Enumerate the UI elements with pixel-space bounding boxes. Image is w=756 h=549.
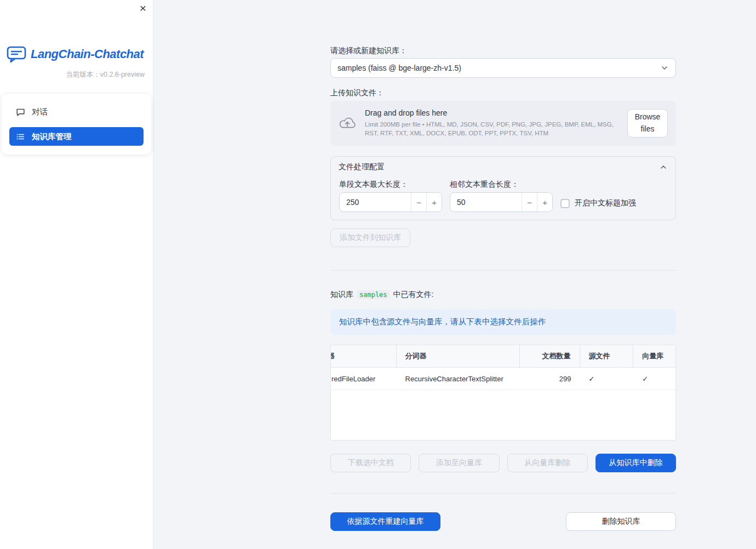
- kb-select-label: 请选择或新建知识库：: [330, 46, 676, 57]
- minus-button[interactable]: −: [411, 193, 426, 211]
- delete-kb-button[interactable]: 删除知识库: [566, 512, 676, 531]
- dropzone-title: Drag and drop files here: [365, 108, 618, 117]
- download-selected-button[interactable]: 下载选中文档: [330, 454, 411, 472]
- cell-source-file-check: ✓: [580, 368, 634, 390]
- rebuild-vector-store-button[interactable]: 依据源文件重建向量库: [330, 512, 440, 531]
- delete-from-kb-button[interactable]: 从知识库中删除: [595, 454, 676, 472]
- plus-button[interactable]: +: [426, 193, 442, 211]
- spacer: [448, 512, 558, 531]
- chevron-down-icon: [660, 64, 669, 72]
- kb-name-code: samples: [357, 290, 390, 299]
- kb-files-prefix: 知识库: [330, 290, 353, 300]
- zh-title-checkbox-row: 开启中文标题加强: [560, 195, 667, 212]
- overlap-value[interactable]: 50: [450, 193, 522, 211]
- column-header-splitter[interactable]: 分词器: [397, 345, 520, 367]
- list-icon: [16, 132, 25, 141]
- chevron-up-icon: [659, 163, 668, 171]
- cloud-upload-icon: [339, 116, 356, 130]
- divider: [330, 270, 676, 271]
- chunk-size-input[interactable]: 250 − +: [339, 192, 442, 212]
- browse-files-button[interactable]: Browse files: [627, 109, 668, 138]
- version-label: 当前版本：: [66, 71, 100, 78]
- expander-title: 文件处理配置: [339, 162, 385, 172]
- dropzone-limit-text: Limit 200MB per file • HTML, MD, JSON, C…: [365, 121, 618, 138]
- sidebar-item-dialogue[interactable]: 对话: [9, 102, 144, 121]
- sidebar-item-label: 对话: [32, 107, 48, 117]
- delete-from-vector-button[interactable]: 从向量库删除: [507, 454, 588, 472]
- column-header-source-file[interactable]: 源文件: [580, 345, 634, 367]
- kb-files-heading: 知识库 samples 中已有文件:: [330, 289, 676, 301]
- chunk-size-value[interactable]: 250: [340, 193, 411, 211]
- close-icon[interactable]: ×: [140, 2, 146, 14]
- overlap-label: 相邻文本重合长度：: [450, 180, 553, 191]
- add-to-vector-button[interactable]: 添加至向量库: [419, 454, 499, 472]
- column-header-doc-count[interactable]: 文档数量: [520, 345, 580, 367]
- info-banner: 知识库中包含源文件与向量库，请从下表中选择文件后操作: [330, 309, 676, 335]
- sidebar-item-label: 知识库管理: [32, 131, 72, 142]
- kb-files-suffix: 中已有文件:: [393, 290, 434, 300]
- overlap-input[interactable]: 50 − +: [450, 192, 553, 212]
- version-text: 当前版本：v0.2.6-preview: [0, 70, 153, 79]
- main-area: 请选择或新建知识库： samples (faiss @ bge-large-zh…: [153, 0, 756, 549]
- sidebar: × LangChain-Chatchat 当前版本：v0.2.6-preview…: [0, 0, 153, 549]
- sidebar-item-kb-manage[interactable]: 知识库管理: [9, 127, 144, 146]
- file-actions-row: 下载选中文档 添加至向量库 从向量库删除 从知识库中删除: [330, 454, 676, 472]
- app-title: LangChain-Chatchat: [31, 47, 144, 61]
- app-logo: LangChain-Chatchat: [0, 46, 153, 62]
- kb-actions-row: 依据源文件重建向量库 删除知识库: [330, 512, 676, 531]
- cell-splitter: RecursiveCharacterTextSplitter: [397, 368, 520, 390]
- plus-button[interactable]: +: [537, 193, 552, 211]
- kb-select-value: samples (faiss @ bge-large-zh-v1.5): [337, 64, 461, 72]
- column-header-vector-store[interactable]: 向量库: [633, 345, 675, 367]
- file-dropzone[interactable]: Drag and drop files here Limit 200MB per…: [330, 101, 676, 146]
- version-value: v0.2.6-preview: [100, 71, 145, 78]
- divider: [330, 493, 676, 494]
- expander-header[interactable]: 文件处理配置: [331, 157, 675, 178]
- file-config-expander: 文件处理配置 单段文本最大长度： 250 − + 相邻文本重合长度：: [330, 156, 676, 220]
- cell-loader: redFileLoader: [331, 368, 397, 390]
- column-header-loader[interactable]: 器: [331, 345, 397, 367]
- logo-icon: [7, 46, 26, 62]
- kb-select[interactable]: samples (faiss @ bge-large-zh-v1.5): [330, 58, 676, 78]
- sidebar-menu: 对话 知识库管理: [2, 94, 151, 155]
- files-table: 器 分词器 文档数量 源文件 向量库 redFileLoader Recursi…: [330, 345, 676, 441]
- add-files-button[interactable]: 添加文件到知识库: [330, 228, 410, 247]
- table-header-row: 器 分词器 文档数量 源文件 向量库: [331, 345, 675, 368]
- table-row[interactable]: redFileLoader RecursiveCharacterTextSpli…: [331, 368, 675, 390]
- cell-doc-count: 299: [520, 368, 580, 390]
- minus-button[interactable]: −: [522, 193, 537, 211]
- chunk-size-label: 单段文本最大长度：: [339, 180, 442, 191]
- chat-icon: [16, 107, 25, 117]
- cell-vector-store-check: ✓: [633, 368, 675, 390]
- upload-label: 上传知识文件：: [330, 88, 676, 99]
- zh-title-checkbox-label: 开启中文标题加强: [575, 198, 636, 208]
- zh-title-checkbox[interactable]: [560, 199, 570, 208]
